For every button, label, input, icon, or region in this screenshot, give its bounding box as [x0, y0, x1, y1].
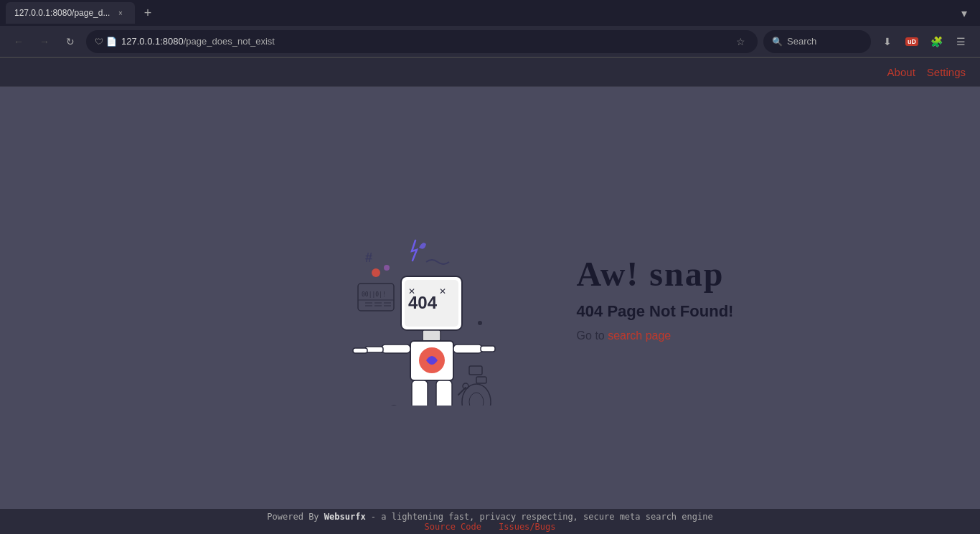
footer-links: Source Code Issues/Bugs [425, 522, 556, 532]
app-nav-links: About Settings [887, 66, 966, 78]
back-icon: ← [14, 36, 24, 47]
download-icon: ⬇ [883, 36, 892, 47]
go-to-text: Go to search page [577, 329, 734, 342]
source-code-link[interactable]: Source Code [425, 522, 481, 532]
footer-powered-by: Powered By Websurfx - a lightening fast,… [267, 512, 712, 522]
nav-bar: ← → ↻ 🛡 📄 127.0.0.1:8080/page_does_not_e… [0, 26, 980, 57]
svg-point-1 [372, 268, 380, 277]
hamburger-icon: ☰ [956, 36, 966, 47]
svg-rect-23 [453, 345, 482, 353]
menu-button[interactable]: ☰ [950, 31, 971, 52]
extensions-button[interactable]: 🧩 [925, 31, 947, 52]
reload-button[interactable]: ↻ [60, 32, 80, 52]
search-icon: 🔍 [772, 37, 783, 47]
svg-point-46 [462, 384, 491, 406]
brand-name: Websurfx [324, 512, 366, 522]
tab-dropdown-button[interactable]: ▾ [954, 3, 974, 23]
svg-rect-21 [365, 347, 383, 352]
robot-illustration: # 00||0|! 404 ✕ [247, 183, 519, 413]
page-icon: 📄 [106, 37, 117, 47]
svg-rect-17 [423, 330, 440, 341]
error-message: Aw! snap 404 Page Not Found! Go to searc… [577, 254, 734, 342]
svg-rect-22 [353, 348, 367, 353]
svg-point-47 [469, 393, 484, 406]
url-host: 127.0.0.1:8080 [121, 36, 184, 47]
tab-title: 127.0.0.1:8080/page_d... [14, 8, 110, 18]
svg-rect-33 [436, 380, 452, 406]
robot-svg: # 00||0|! 404 ✕ [254, 190, 512, 406]
ublock-button[interactable]: uD [901, 31, 923, 52]
footer: Powered By Websurfx - a lightening fast,… [0, 509, 980, 534]
download-button[interactable]: ⬇ [877, 31, 898, 52]
tab-bar: 127.0.0.1:8080/page_d... × + ▾ [0, 0, 980, 26]
reload-icon: ↻ [66, 36, 75, 47]
error-subheadline: 404 Page Not Found! [577, 302, 734, 321]
footer-description: - a lightening fast, privacy respecting,… [371, 512, 713, 522]
bookmark-button[interactable]: ☆ [732, 33, 749, 50]
ublock-badge: uD [905, 37, 918, 46]
tab-close-button[interactable]: × [115, 7, 126, 19]
forward-button[interactable]: → [34, 32, 55, 52]
svg-text:#: # [365, 250, 372, 265]
svg-rect-44 [469, 366, 482, 375]
extensions-icon: 🧩 [930, 36, 943, 47]
toolbar-actions: ⬇ uD 🧩 ☰ [877, 31, 971, 52]
svg-text:✕: ✕ [408, 286, 415, 296]
browser-tab[interactable]: 127.0.0.1:8080/page_d... × [6, 2, 135, 24]
svg-rect-20 [382, 345, 410, 353]
svg-text:00||0|!: 00||0|! [362, 291, 386, 298]
star-icon: ☆ [736, 36, 745, 47]
issues-link[interactable]: Issues/Bugs [499, 522, 555, 532]
powered-by-text: Powered By [267, 512, 319, 522]
url-text: 127.0.0.1:8080/page_does_not_exist [121, 36, 727, 47]
forward-icon: → [39, 36, 50, 47]
svg-point-2 [384, 265, 390, 271]
address-icons: 🛡 📄 [95, 37, 117, 47]
error-headline: Aw! snap [577, 254, 734, 294]
main-content: # 00||0|! 404 ✕ [0, 87, 980, 509]
app-nav: About Settings [0, 58, 980, 87]
search-label: Search [787, 36, 816, 47]
url-path: /page_does_not_exist [184, 36, 275, 47]
shield-icon: 🛡 [95, 37, 103, 47]
about-link[interactable]: About [887, 66, 915, 78]
svg-rect-25 [412, 380, 428, 406]
search-page-link[interactable]: search page [608, 329, 671, 342]
svg-text:✕: ✕ [439, 286, 446, 296]
search-box[interactable]: 🔍 Search [763, 30, 871, 53]
svg-point-48 [478, 321, 482, 325]
go-to-label: Go to [577, 329, 605, 342]
browser-chrome: 127.0.0.1:8080/page_d... × + ▾ ← → ↻ 🛡 📄… [0, 0, 980, 58]
address-bar[interactable]: 🛡 📄 127.0.0.1:8080/page_does_not_exist ☆ [86, 30, 758, 53]
settings-link[interactable]: Settings [927, 66, 966, 78]
new-tab-button[interactable]: + [138, 3, 158, 23]
svg-rect-45 [476, 377, 486, 383]
back-button[interactable]: ← [9, 32, 29, 52]
svg-rect-24 [481, 346, 495, 352]
